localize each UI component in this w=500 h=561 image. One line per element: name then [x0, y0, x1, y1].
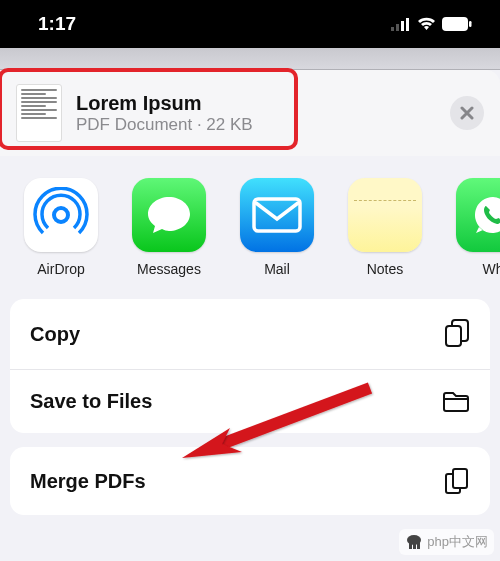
- document-info: Lorem Ipsum PDF Document · 22 KB: [76, 92, 253, 135]
- svg-rect-5: [469, 21, 472, 27]
- merge-icon: [444, 467, 470, 495]
- svg-rect-3: [406, 18, 409, 31]
- status-indicators: [391, 17, 472, 31]
- share-sheet-header: Lorem Ipsum PDF Document · 22 KB: [0, 70, 500, 156]
- status-time: 1:17: [38, 13, 76, 35]
- svg-rect-2: [401, 21, 404, 31]
- mail-icon: [240, 178, 314, 252]
- mail-label: Mail: [264, 261, 290, 277]
- svg-rect-4: [442, 17, 468, 31]
- airdrop-app[interactable]: AirDrop: [22, 178, 100, 277]
- document-title: Lorem Ipsum: [76, 92, 253, 115]
- messages-label: Messages: [137, 261, 201, 277]
- close-icon: [460, 106, 474, 120]
- svg-rect-13: [413, 541, 416, 549]
- close-button[interactable]: [450, 96, 484, 130]
- document-thumbnail: [16, 84, 62, 142]
- svg-rect-12: [409, 541, 412, 549]
- browser-tab-background: [0, 48, 500, 70]
- folder-icon: [442, 391, 470, 413]
- messages-app[interactable]: Messages: [130, 178, 208, 277]
- document-subtitle: PDF Document · 22 KB: [76, 115, 253, 135]
- watermark-logo-icon: [405, 533, 423, 551]
- cellular-icon: [391, 18, 411, 31]
- messages-icon: [132, 178, 206, 252]
- copy-action[interactable]: Copy: [10, 299, 490, 369]
- svg-rect-14: [417, 541, 420, 549]
- mail-app[interactable]: Mail: [238, 178, 316, 277]
- watermark: php中文网: [399, 529, 494, 555]
- save-to-files-label: Save to Files: [30, 390, 152, 413]
- airdrop-label: AirDrop: [37, 261, 84, 277]
- watermark-text: php中文网: [427, 533, 488, 551]
- airdrop-icon: [24, 178, 98, 252]
- notes-app[interactable]: Notes: [346, 178, 424, 277]
- save-to-files-action[interactable]: Save to Files: [10, 369, 490, 433]
- svg-rect-0: [391, 27, 394, 31]
- actions-group-1: Copy Save to Files: [10, 299, 490, 433]
- notes-label: Notes: [367, 261, 404, 277]
- copy-label: Copy: [30, 323, 80, 346]
- whatsapp-label: Wh: [483, 261, 501, 277]
- svg-point-6: [54, 208, 68, 222]
- copy-icon: [444, 319, 470, 349]
- svg-rect-1: [396, 24, 399, 31]
- whatsapp-icon: [456, 178, 500, 252]
- actions-group-2: Merge PDFs: [10, 447, 490, 515]
- battery-icon: [442, 17, 472, 31]
- merge-pdfs-action[interactable]: Merge PDFs: [10, 447, 490, 515]
- merge-pdfs-label: Merge PDFs: [30, 470, 146, 493]
- wifi-icon: [417, 17, 436, 31]
- notes-icon: [348, 178, 422, 252]
- svg-rect-10: [453, 469, 467, 488]
- share-apps-row[interactable]: AirDrop Messages Mail Notes Wh: [0, 156, 500, 297]
- status-bar: 1:17: [0, 0, 500, 48]
- whatsapp-app[interactable]: Wh: [454, 178, 500, 277]
- svg-rect-8: [446, 326, 461, 346]
- svg-rect-7: [254, 199, 300, 231]
